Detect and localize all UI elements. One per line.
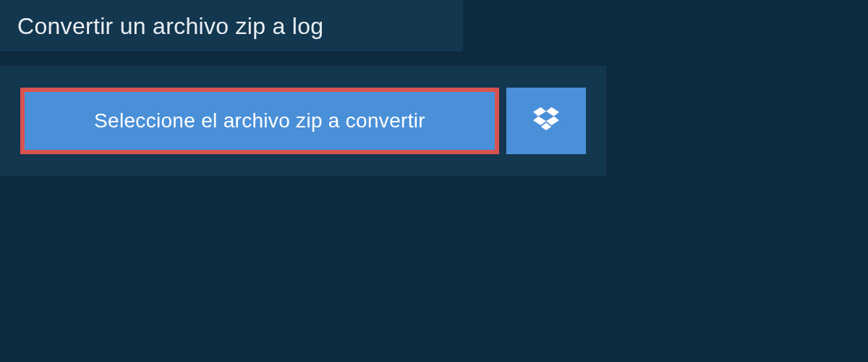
title-bar: Convertir un archivo zip a log	[0, 0, 463, 51]
dropbox-button[interactable]	[506, 88, 586, 154]
select-file-button[interactable]: Seleccione el archivo zip a convertir	[20, 88, 499, 154]
dropbox-icon	[533, 107, 559, 135]
select-file-label: Seleccione el archivo zip a convertir	[94, 109, 425, 132]
upload-panel: Seleccione el archivo zip a convertir	[0, 66, 606, 176]
page-title: Convertir un archivo zip a log	[17, 13, 446, 40]
